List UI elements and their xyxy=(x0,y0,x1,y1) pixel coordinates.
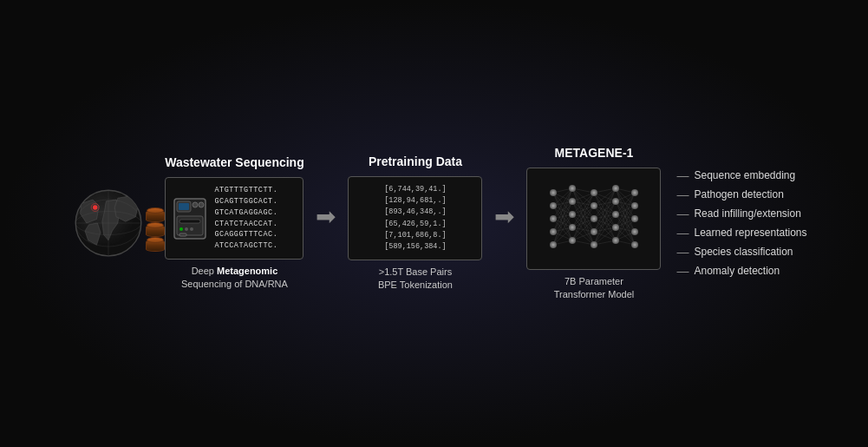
output-item-6: — Anomaly detection xyxy=(676,264,806,278)
svg-point-135 xyxy=(612,185,619,192)
sequencing-title: Wastewater Sequencing xyxy=(165,155,304,170)
sequencer-box: ATGTTTGTTCTT. GCAGTTGGCACT. GTCATGAGGAGC… xyxy=(165,177,303,260)
output-dash-1: — xyxy=(676,168,690,182)
metagene-section: METAGENE-1 xyxy=(518,146,669,302)
metagene-title: METAGENE-1 xyxy=(555,146,634,161)
data-line-6: [589,156,384.] xyxy=(357,241,473,253)
arrow-2: ➡ xyxy=(494,202,514,231)
pretraining-subtitle: >1.5T Base PairsBPE Tokenization xyxy=(378,266,453,293)
data-line-3: [893,46,348,.] xyxy=(357,207,473,218)
output-item-1: — Sequence embedding xyxy=(676,168,806,182)
svg-point-129 xyxy=(569,237,576,244)
pretraining-title: Pretraining Data xyxy=(369,154,462,169)
data-line-5: [7,101,686,8.] xyxy=(357,230,473,241)
svg-point-6 xyxy=(93,206,97,210)
data-line-2: [128,94,681,.] xyxy=(357,195,473,207)
svg-point-131 xyxy=(591,202,597,209)
svg-line-41 xyxy=(553,201,572,245)
svg-point-124 xyxy=(550,241,557,248)
svg-point-123 xyxy=(550,228,557,235)
svg-point-136 xyxy=(612,198,619,205)
svg-point-127 xyxy=(569,211,576,218)
svg-point-144 xyxy=(631,241,638,248)
output-item-2: — Pathogen detection xyxy=(676,187,806,201)
cylinder-1 xyxy=(146,210,165,222)
svg-point-130 xyxy=(591,189,597,196)
cylinder-3 xyxy=(146,240,165,252)
output-label-4: Learned representations xyxy=(694,227,806,239)
output-label-6: Anomaly detection xyxy=(694,265,780,277)
data-line-4: [65,426,59,1.] xyxy=(357,219,473,230)
output-dash-3: — xyxy=(676,207,690,220)
output-dash-2: — xyxy=(676,187,690,201)
svg-rect-11 xyxy=(179,203,189,210)
svg-point-143 xyxy=(631,228,638,235)
main-container: Wastewater Sequencing xyxy=(10,137,859,311)
neural-net-box xyxy=(526,168,661,270)
pretraining-section: Pretraining Data [6,744,39,41.] [128,94,… xyxy=(339,154,491,293)
svg-point-125 xyxy=(569,185,576,192)
svg-point-141 xyxy=(631,202,638,209)
output-dash-4: — xyxy=(676,226,690,240)
globe-section xyxy=(61,184,156,262)
outputs-section: — Sequence embedding — Pathogen detectio… xyxy=(676,166,806,280)
svg-rect-19 xyxy=(179,233,186,236)
svg-point-133 xyxy=(591,228,597,235)
output-label-3: Read infilling/extension xyxy=(694,207,800,220)
cylinders xyxy=(146,210,165,252)
sequencing-section: Wastewater Sequencing xyxy=(156,155,312,291)
svg-line-65 xyxy=(572,193,594,240)
output-item-5: — Species classification xyxy=(676,245,806,259)
svg-point-134 xyxy=(591,241,597,248)
svg-point-126 xyxy=(569,198,576,205)
svg-point-122 xyxy=(550,215,557,222)
output-item-4: — Learned representations xyxy=(676,226,806,240)
svg-line-91 xyxy=(594,201,616,245)
sequencer-icon xyxy=(173,197,207,240)
svg-rect-15 xyxy=(179,220,200,223)
dna-sequence-text: ATGTTTGTTCTT. GCAGTTGGCACT. GTCATGAGGAGC… xyxy=(214,185,277,252)
neural-network-icon xyxy=(538,175,650,262)
globe-icon xyxy=(69,184,147,262)
sequencing-subtitle: Deep MetagenomicSequencing of DNA/RNA xyxy=(181,265,288,292)
arrow-1: ➡ xyxy=(316,202,336,231)
svg-point-120 xyxy=(550,189,557,196)
svg-point-139 xyxy=(612,237,619,244)
svg-point-18 xyxy=(190,227,193,231)
output-item-3: — Read infilling/extension xyxy=(676,207,806,220)
svg-point-138 xyxy=(612,224,619,231)
svg-point-16 xyxy=(179,227,183,231)
pretraining-data-box: [6,744,39,41.] [128,94,681,.] [893,46,34… xyxy=(348,176,482,260)
svg-point-128 xyxy=(569,224,576,231)
svg-point-140 xyxy=(631,189,638,196)
svg-point-121 xyxy=(550,202,557,209)
output-label-5: Species classification xyxy=(694,246,793,258)
svg-point-13 xyxy=(199,202,204,207)
svg-point-132 xyxy=(591,215,597,222)
output-dash-5: — xyxy=(676,245,690,259)
output-label-2: Pathogen detection xyxy=(694,188,783,200)
svg-line-85 xyxy=(594,188,616,232)
svg-point-137 xyxy=(612,211,619,218)
svg-point-12 xyxy=(193,202,198,207)
svg-line-35 xyxy=(553,188,572,232)
data-line-1: [6,744,39,41.] xyxy=(357,184,473,195)
cylinder-2 xyxy=(146,225,165,237)
svg-point-142 xyxy=(631,215,638,222)
svg-point-17 xyxy=(185,227,188,231)
output-label-1: Sequence embedding xyxy=(694,169,795,181)
output-dash-6: — xyxy=(676,264,690,278)
svg-rect-14 xyxy=(177,216,203,235)
globe-wrapper xyxy=(69,184,147,262)
metagene-subtitle: 7B ParameterTransformer Model xyxy=(554,275,635,302)
